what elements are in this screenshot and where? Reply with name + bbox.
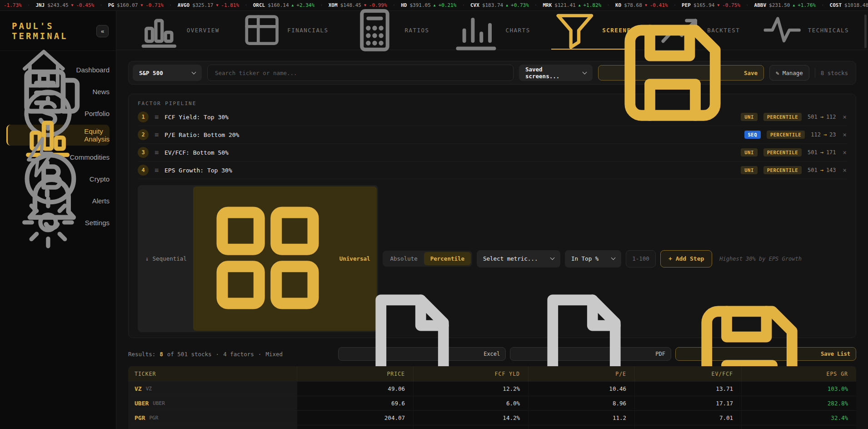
save-list-button[interactable]: Save List	[675, 347, 856, 361]
results-of: of 501 stocks	[167, 351, 212, 358]
tab-charts[interactable]: CHARTS	[450, 11, 530, 50]
table-row[interactable]: UBERUBER69.66.0%8.9617.17282.8%	[128, 396, 856, 411]
excel-button[interactable]: Excel	[338, 347, 506, 361]
ev-fcf-cell: 17.17	[634, 396, 741, 411]
divider	[815, 68, 815, 78]
fcf-yld-cell: 12.2%	[413, 382, 528, 396]
table-row[interactable]: VZVZ49.0612.2%10.4613.71103.0%	[128, 382, 856, 396]
drag-handle-icon[interactable]: ≡	[155, 113, 159, 121]
tab-label: FINANCIALS	[287, 27, 328, 34]
column-header-fcf-yld[interactable]: FCF YLD	[413, 366, 528, 382]
tab-financials[interactable]: FINANCIALS	[240, 11, 329, 50]
save-button[interactable]: Save	[598, 65, 764, 81]
mode-badge[interactable]: SEQ	[744, 131, 761, 139]
grid-icon	[200, 190, 336, 328]
excel-label: Excel	[484, 351, 500, 357]
results-table: TICKERPRICEFCF YLDP/EEV/FCFEPS GR VZVZ49…	[128, 366, 856, 429]
step-counts: 501→143	[808, 167, 836, 173]
ticker-cell: VZVZ	[128, 382, 297, 396]
pe-cell: 5.86	[528, 425, 634, 429]
sequential-toggle[interactable]: ↓ Sequential	[139, 187, 193, 331]
tape-item[interactable]: JNJ$243.45▼-0.45%	[35, 2, 94, 8]
drag-handle-icon[interactable]: ≡	[155, 131, 159, 139]
tab-ratios[interactable]: RATIOS	[349, 11, 429, 50]
price-cell: 31.57	[297, 425, 413, 429]
column-header-eps-gr[interactable]: EPS GR	[741, 366, 856, 382]
type-badge[interactable]: PERCENTILE	[763, 166, 802, 174]
separator-dot: ·	[320, 2, 323, 8]
sidebar-nav: DashboardNewsPortfolioEquity AnalysisCom…	[0, 59, 116, 233]
chevron-down-icon	[550, 256, 555, 260]
sidebar-collapse-button[interactable]: «	[96, 25, 109, 37]
table-header: TICKERPRICEFCF YLDP/EEV/FCFEPS GR	[128, 366, 856, 382]
price-cell: 49.06	[297, 382, 413, 396]
tab-technicals[interactable]: TECHNICALS	[761, 11, 849, 50]
remove-step-icon[interactable]: ×	[843, 113, 847, 121]
table-row[interactable]: CMCSACMCSA31.5718.8%5.869.4230.2%	[128, 425, 856, 429]
column-header-ticker[interactable]: TICKER	[128, 366, 297, 382]
separator-dot: ·	[746, 2, 749, 8]
operator-select[interactable]: In Top %	[565, 250, 621, 267]
column-header-ev-fcf[interactable]: EV/FCF	[634, 366, 741, 382]
column-header-price[interactable]: PRICE	[297, 366, 413, 382]
separator-dot: ·	[821, 2, 824, 8]
drag-handle-icon[interactable]: ≡	[155, 148, 159, 156]
type-badge[interactable]: PERCENTILE	[763, 148, 802, 156]
remove-step-icon[interactable]: ×	[843, 131, 847, 138]
add-step-button[interactable]: + Add Step	[660, 250, 712, 267]
manage-button-label: Manage	[783, 70, 803, 76]
mode-badge[interactable]: UNI	[741, 166, 757, 174]
tape-item[interactable]: COST$1018.48▲	[830, 2, 868, 8]
tape-item[interactable]: AVGO$325.17▼-1.81%	[178, 2, 239, 8]
pe-cell: 10.46	[528, 382, 634, 396]
tab-overview[interactable]: OVERVIEW	[135, 11, 219, 50]
mode-badge[interactable]: UNI	[741, 148, 757, 156]
range-input[interactable]	[626, 250, 656, 267]
tape-item[interactable]: ABBV$231.50▲+1.76%	[754, 2, 816, 8]
column-header-p-e[interactable]: P/E	[528, 366, 634, 382]
filter-bar: S&P 500 Saved screens... Save ✎ Manage	[128, 61, 856, 85]
type-badge[interactable]: PERCENTILE	[763, 113, 802, 121]
absolute-toggle[interactable]: Absolute	[384, 252, 424, 265]
up-arrow-icon: ▲	[793, 3, 795, 7]
tape-change: -1.73%	[4, 2, 22, 8]
screener-content: S&P 500 Saved screens... Save ✎ Manage	[116, 50, 868, 429]
type-badge[interactable]: PERCENTILE	[767, 131, 805, 139]
sidebar-item-settings[interactable]: Settings	[6, 212, 110, 233]
tape-item[interactable]: HD$391.05▲+0.21%	[401, 2, 456, 8]
manage-button[interactable]: ✎ Manage	[769, 65, 809, 81]
search-input[interactable]	[207, 65, 514, 81]
save-button-label: Save	[744, 70, 758, 76]
pdf-button[interactable]: PDF	[510, 347, 671, 361]
metric-select[interactable]: Select metric...	[477, 250, 560, 267]
step-counts: 112→23	[811, 131, 836, 138]
ticker-cell: PGRPGR	[128, 411, 297, 425]
mode-badge[interactable]: UNI	[741, 113, 757, 121]
step-hint: Highest 30% by EPS Growth	[719, 256, 802, 262]
tape-symbol: HD	[401, 2, 407, 8]
arrow-right-icon: →	[820, 149, 823, 156]
remove-step-icon[interactable]: ×	[843, 167, 847, 174]
fcf-yld-cell: 18.8%	[413, 425, 528, 429]
drag-handle-icon[interactable]: ≡	[155, 166, 159, 174]
sidebar-item-label: Settings	[85, 219, 110, 227]
separator-dot: ·	[100, 2, 103, 8]
ticker-symbol: VZ	[135, 385, 142, 392]
chevron-down-icon	[583, 70, 587, 74]
separator-dot: ·	[534, 2, 538, 8]
remove-step-icon[interactable]: ×	[843, 149, 847, 156]
table-body: VZVZ49.0612.2%10.4613.71103.0%UBERUBER69…	[128, 382, 856, 429]
percentile-toggle[interactable]: Percentile	[424, 252, 471, 265]
tape-item[interactable]: -1.73%	[4, 2, 22, 8]
tape-symbol: ORCL	[253, 2, 265, 8]
scrollbar-thumb[interactable]	[864, 15, 867, 48]
down-arrow-icon: ▼	[216, 3, 218, 7]
universe-select[interactable]: S&P 500	[133, 65, 202, 81]
export-actions: Excel PDF Save List	[338, 347, 856, 361]
tape-item[interactable]: ORCL$160.14▲+2.34%	[253, 2, 314, 8]
table-row[interactable]: PGRPGR204.0714.2%11.27.0132.4%	[128, 411, 856, 425]
down-arrow-icon: ▼	[71, 3, 74, 7]
tape-change: -0.45%	[76, 2, 94, 8]
results-count: 8	[160, 351, 163, 358]
saved-screens-select[interactable]: Saved screens...	[519, 65, 593, 81]
